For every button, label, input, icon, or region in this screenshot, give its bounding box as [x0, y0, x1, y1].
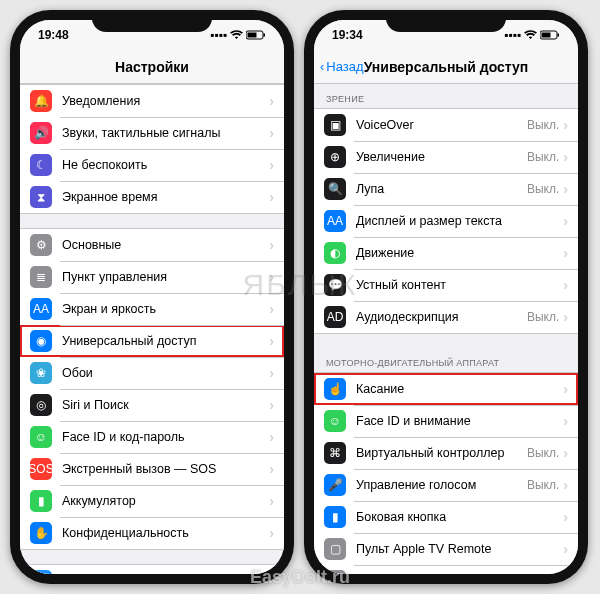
settings-row-zoom[interactable]: ⊕ Увеличение Выкл.› [314, 141, 578, 173]
chevron-right-icon: › [269, 365, 274, 381]
row-label: Экран и яркость [62, 302, 269, 316]
status-time: 19:34 [332, 28, 363, 42]
row-label: Касание [356, 382, 563, 396]
settings-row-speech[interactable]: 💬 Устный контент › [314, 269, 578, 301]
row-label: Экстренный вызов — SOS [62, 462, 269, 476]
page-title: Универсальный доступ [364, 59, 529, 75]
settings-group: ⚙ Основные › ≣ Пункт управления › AA Экр… [20, 228, 284, 550]
row-label: Лупа [356, 182, 527, 196]
chevron-right-icon: › [563, 509, 568, 525]
chevron-right-icon: › [563, 573, 568, 574]
row-value: Выкл. [527, 118, 559, 132]
settings-row-moon[interactable]: ☾ Не беспокоить › [20, 149, 284, 181]
settings-row-ad[interactable]: AD Аудиодескрипция Выкл.› [314, 301, 578, 333]
switches-icon: ≣ [30, 266, 52, 288]
signal-icon: ▪▪▪▪ [504, 28, 521, 42]
settings-row-lupe[interactable]: 🔍 Лупа Выкл.› [314, 173, 578, 205]
settings-group: 🔔 Уведомления › 🔊 Звуки, тактильные сигн… [20, 84, 284, 214]
wifi-icon [524, 30, 537, 40]
settings-row-flower[interactable]: ❀ Обои › [20, 357, 284, 389]
settings-row-gear[interactable]: ⚙ Основные › [20, 229, 284, 261]
chevron-right-icon: › [563, 309, 568, 325]
hand-icon: ✋ [30, 522, 52, 544]
status-time: 19:48 [38, 28, 69, 42]
moon-icon: ☾ [30, 154, 52, 176]
chevron-right-icon: › [269, 333, 274, 349]
chevron-right-icon: › [269, 125, 274, 141]
signal-icon: ▪▪▪▪ [210, 28, 227, 42]
settings-row-voice[interactable]: 🎤 Управление голосом Выкл.› [314, 469, 578, 501]
battery-icon [540, 30, 560, 40]
row-label: Аккумулятор [62, 494, 269, 508]
row-label: Пульт Apple TV Remote [356, 542, 563, 556]
settings-row-person[interactable]: ◉ Универсальный доступ › [20, 325, 284, 357]
motion-icon: ◐ [324, 242, 346, 264]
chevron-right-icon: › [269, 237, 274, 253]
lupe-icon: 🔍 [324, 178, 346, 200]
chevron-right-icon: › [563, 277, 568, 293]
section-header: МОТОРНО-ДВИГАТЕЛЬНЫЙ АППАРАТ [314, 348, 578, 372]
settings-row-faceid[interactable]: ☺ Face ID и внимание › [314, 405, 578, 437]
row-label: VoiceOver [356, 118, 527, 132]
chevron-right-icon: › [563, 149, 568, 165]
AA-icon: AA [30, 298, 52, 320]
settings-row-motion[interactable]: ◐ Движение › [314, 237, 578, 269]
settings-row-switch[interactable]: ⌘ Виртуальный контроллер Выкл.› [314, 437, 578, 469]
battery-icon: ▮ [30, 490, 52, 512]
row-label: Не беспокоить [62, 158, 269, 172]
settings-row-tv[interactable]: ▢ Пульт Apple TV Remote › [314, 533, 578, 565]
chevron-right-icon: › [563, 117, 568, 133]
settings-row-kbd[interactable]: ⌨ Клавиатуры › [314, 565, 578, 574]
battery-icon [246, 30, 266, 40]
chevron-right-icon: › [563, 413, 568, 429]
settings-row-hand[interactable]: ✋ Конфиденциальность › [20, 517, 284, 549]
vo-icon: ▣ [324, 114, 346, 136]
chevron-right-icon: › [269, 525, 274, 541]
row-label: Универсальный доступ [62, 334, 269, 348]
row-label: Звуки, тактильные сигналы [62, 126, 269, 140]
row-label: Управление голосом [356, 478, 527, 492]
settings-row-siri[interactable]: ◎ Siri и Поиск › [20, 389, 284, 421]
row-label: Face ID и код-пароль [62, 430, 269, 444]
row-label: Уведомления [62, 94, 269, 108]
settings-row-bell[interactable]: 🔔 Уведомления › [20, 85, 284, 117]
side-icon: ▮ [324, 506, 346, 528]
settings-row-sound[interactable]: 🔊 Звуки, тактильные сигналы › [20, 117, 284, 149]
row-value: Выкл. [527, 182, 559, 196]
settings-row-appstore[interactable]: Ⓐ iTunes Store и App Store › [20, 565, 284, 574]
chevron-right-icon: › [269, 397, 274, 413]
row-label: Боковая кнопка [356, 510, 563, 524]
settings-row-side[interactable]: ▮ Боковая кнопка › [314, 501, 578, 533]
back-button[interactable]: ‹ Назад [320, 59, 364, 74]
row-value: Выкл. [527, 478, 559, 492]
svg-rect-5 [558, 34, 560, 37]
row-value: Выкл. [527, 150, 559, 164]
settings-row-sos[interactable]: SOS Экстренный вызов — SOS › [20, 453, 284, 485]
settings-row-switches[interactable]: ≣ Пункт управления › [20, 261, 284, 293]
svg-rect-1 [248, 33, 257, 38]
settings-row-AA[interactable]: AA Дисплей и размер текста › [314, 205, 578, 237]
sound-icon: 🔊 [30, 122, 52, 144]
ad-icon: AD [324, 306, 346, 328]
settings-row-faceid[interactable]: ☺ Face ID и код-пароль › [20, 421, 284, 453]
row-label: Виртуальный контроллер [356, 446, 527, 460]
faceid-icon: ☺ [30, 426, 52, 448]
chevron-right-icon: › [563, 213, 568, 229]
AA-icon: AA [324, 210, 346, 232]
chevron-left-icon: ‹ [320, 59, 324, 74]
settings-row-hourglass[interactable]: ⧗ Экранное время › [20, 181, 284, 213]
settings-row-vo[interactable]: ▣ VoiceOver Выкл.› [314, 109, 578, 141]
chevron-right-icon: › [563, 381, 568, 397]
settings-row-battery[interactable]: ▮ Аккумулятор › [20, 485, 284, 517]
chevron-right-icon: › [563, 245, 568, 261]
settings-row-touch[interactable]: ☝ Касание › [314, 373, 578, 405]
settings-group: ☝ Касание › ☺ Face ID и внимание › ⌘ Вир… [314, 372, 578, 574]
settings-group: Ⓐ iTunes Store и App Store › ▭ Wallet и … [20, 564, 284, 574]
row-label: Основные [62, 238, 269, 252]
settings-row-AA[interactable]: AA Экран и яркость › [20, 293, 284, 325]
navbar: Настройки [20, 50, 284, 84]
tv-icon: ▢ [324, 538, 346, 560]
svg-rect-4 [542, 33, 551, 38]
chevron-right-icon: › [269, 93, 274, 109]
row-label: Экранное время [62, 190, 269, 204]
